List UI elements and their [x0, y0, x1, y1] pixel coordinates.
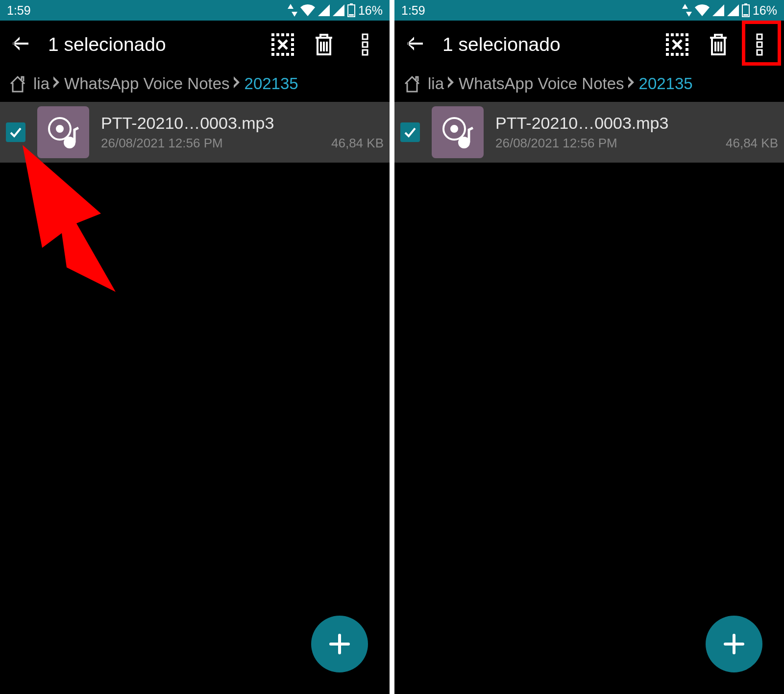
more-button[interactable] [745, 30, 774, 59]
toolbar-title: 1 selecionado [48, 34, 256, 55]
audio-icon [46, 115, 80, 149]
select-all-icon [271, 33, 294, 56]
breadcrumb[interactable]: lia WhatsApp Voice Notes 202135 [394, 69, 784, 99]
svg-rect-35 [666, 43, 669, 46]
chevron-icon [52, 74, 61, 93]
svg-rect-6 [286, 33, 289, 36]
svg-rect-34 [686, 38, 688, 41]
trash-icon [708, 33, 729, 56]
data-sync-icon [288, 4, 297, 17]
svg-rect-21 [363, 50, 368, 55]
toolbar-title: 1 selecionado [442, 34, 651, 55]
svg-rect-36 [686, 43, 688, 46]
chevron-icon [233, 74, 242, 93]
wifi-icon [300, 4, 315, 16]
file-meta: 26/08/2021 12:56 PM 46,84 KB [495, 136, 778, 151]
phone-left: 1:59 16% 1 selecionado [0, 0, 390, 694]
svg-rect-3 [271, 33, 274, 36]
file-size: 46,84 KB [331, 136, 384, 151]
chevron-icon [627, 74, 636, 93]
svg-rect-13 [291, 48, 294, 51]
file-date: 26/08/2021 12:56 PM [495, 136, 617, 151]
back-arrow-icon [10, 34, 29, 53]
breadcrumb-current[interactable]: 202135 [639, 74, 693, 93]
file-checkbox[interactable] [6, 122, 25, 142]
home-icon[interactable] [8, 74, 27, 94]
more-button[interactable] [350, 30, 380, 59]
breadcrumb[interactable]: lia WhatsApp Voice Notes 202135 [0, 69, 390, 99]
plus-icon [327, 631, 352, 657]
breadcrumb-folder[interactable]: WhatsApp Voice Notes [459, 74, 624, 93]
svg-rect-45 [757, 42, 762, 47]
breadcrumb-folder[interactable]: WhatsApp Voice Notes [64, 74, 230, 93]
svg-rect-42 [681, 53, 684, 56]
svg-rect-43 [686, 53, 688, 56]
file-name: PTT-20210…0003.mp3 [101, 114, 384, 133]
check-icon [9, 125, 23, 139]
breadcrumb-partial: lia [33, 74, 49, 93]
svg-rect-37 [666, 48, 669, 51]
more-vert-icon [362, 33, 368, 56]
svg-rect-4 [276, 33, 279, 36]
file-text: PTT-20210…0003.mp3 26/08/2021 12:56 PM 4… [495, 114, 778, 151]
svg-rect-41 [676, 53, 679, 56]
fab-add[interactable] [311, 616, 368, 672]
svg-rect-2 [349, 14, 354, 16]
signal-icon-2 [333, 4, 344, 16]
svg-rect-27 [743, 14, 748, 16]
file-name: PTT-20210…0003.mp3 [495, 114, 778, 133]
signal-icon-2 [727, 4, 739, 16]
wifi-icon [695, 4, 710, 16]
toolbar: 1 selecionado [0, 21, 390, 69]
svg-rect-28 [666, 33, 669, 36]
breadcrumb-current[interactable]: 202135 [245, 74, 298, 93]
file-thumbnail [37, 106, 89, 158]
select-all-icon [666, 33, 688, 56]
more-vert-icon [756, 33, 763, 56]
signal-icon-1 [712, 4, 724, 16]
svg-rect-12 [271, 48, 274, 51]
svg-rect-46 [757, 50, 762, 55]
data-sync-icon [682, 4, 692, 17]
delete-button[interactable] [309, 30, 339, 59]
file-row[interactable]: PTT-20210…0003.mp3 26/08/2021 12:56 PM 4… [0, 102, 390, 163]
home-icon[interactable] [402, 74, 422, 94]
phone-right: 1:59 16% 1 selecionado [394, 0, 784, 694]
svg-rect-30 [676, 33, 679, 36]
svg-rect-8 [271, 38, 274, 41]
status-time: 1:59 [401, 3, 425, 18]
battery-icon [742, 3, 750, 17]
battery-icon [347, 3, 355, 17]
file-checkbox[interactable] [400, 122, 420, 142]
chevron-icon [447, 74, 456, 93]
file-meta: 26/08/2021 12:56 PM 46,84 KB [101, 136, 384, 151]
select-all-button[interactable] [268, 30, 297, 59]
svg-point-49 [459, 138, 469, 147]
svg-rect-18 [291, 53, 294, 56]
status-right: 16% [288, 3, 383, 18]
file-row[interactable]: PTT-20210…0003.mp3 26/08/2021 12:56 PM 4… [394, 102, 784, 163]
svg-rect-19 [363, 34, 368, 39]
file-date: 26/08/2021 12:56 PM [101, 136, 223, 151]
fab-add[interactable] [706, 616, 762, 672]
back-button[interactable] [404, 34, 424, 55]
svg-rect-15 [276, 53, 279, 56]
svg-rect-10 [271, 43, 274, 46]
svg-point-24 [65, 138, 74, 147]
svg-rect-26 [744, 3, 747, 5]
svg-rect-9 [291, 38, 294, 41]
svg-rect-40 [671, 53, 674, 56]
select-all-button[interactable] [662, 30, 692, 59]
svg-rect-1 [350, 3, 353, 5]
svg-rect-20 [363, 42, 368, 47]
delete-button[interactable] [704, 30, 733, 59]
breadcrumb-partial: lia [428, 74, 444, 93]
plus-icon [721, 631, 747, 657]
svg-rect-32 [686, 33, 688, 36]
svg-rect-38 [686, 48, 688, 51]
battery-pct: 16% [753, 3, 777, 18]
status-right: 16% [682, 3, 777, 18]
back-button[interactable] [10, 34, 29, 55]
svg-rect-39 [666, 53, 669, 56]
svg-rect-11 [291, 43, 294, 46]
